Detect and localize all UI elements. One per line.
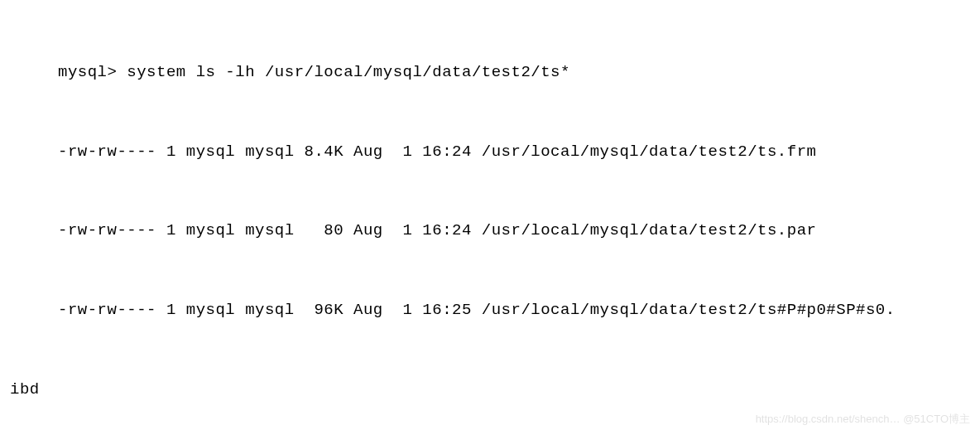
watermark-text: https://blog.csdn.net/shench… @51CTO博主 xyxy=(756,410,970,428)
file-row: -rw-rw---- 1 mysql mysql 8.4K Aug 1 16:2… xyxy=(0,139,980,166)
command-line: mysql> system ls -lh /usr/local/mysql/da… xyxy=(0,60,980,86)
terminal-output: mysql> system ls -lh /usr/local/mysql/da… xyxy=(0,7,980,430)
wrapped-ext: ibd xyxy=(0,377,980,403)
file-row: -rw-rw---- 1 mysql mysql 96K Aug 1 16:25… xyxy=(0,297,980,324)
file-row: -rw-rw---- 1 mysql mysql 80 Aug 1 16:24 … xyxy=(0,218,980,244)
